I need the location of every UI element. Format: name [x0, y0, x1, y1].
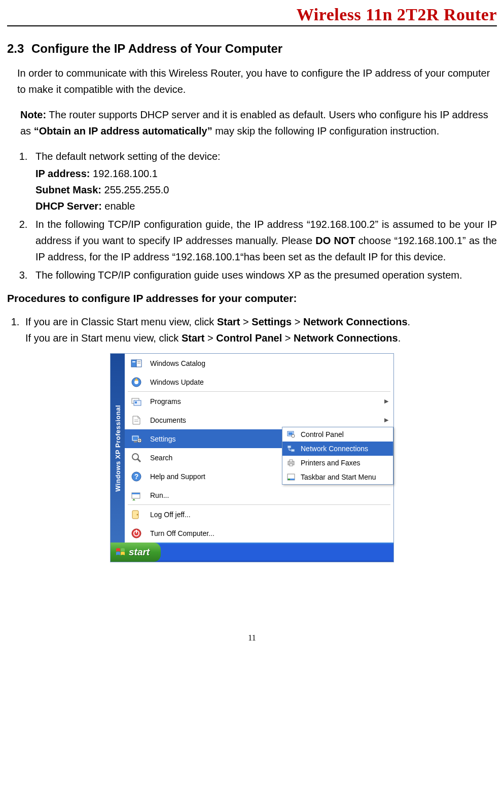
- submenu-arrow-icon: ▶: [382, 398, 388, 404]
- svg-rect-13: [133, 436, 138, 440]
- list-item: In the following TCP/IP configuration gu…: [30, 216, 497, 265]
- list-item: The following TCP/IP configuration guide…: [30, 267, 497, 283]
- start-menu-screenshot: Windows XP Professional Windows Catalog: [110, 353, 394, 562]
- svg-rect-19: [287, 446, 291, 448]
- settings-icon: [130, 433, 143, 445]
- section-number: 2.3: [7, 42, 31, 56]
- programs-icon: [130, 395, 143, 408]
- svg-line-28: [137, 459, 140, 462]
- menu-item-windows-catalog[interactable]: Windows Catalog: [125, 354, 393, 373]
- search-icon: [130, 452, 143, 464]
- svg-rect-2: [132, 361, 135, 362]
- section-heading: 2.3Configure the IP Address of Your Comp…: [7, 42, 497, 56]
- catalog-icon: [130, 357, 143, 369]
- dhcp-server-label: DHCP Server:: [35, 200, 102, 212]
- submenu-item-control-panel[interactable]: Control Panel: [282, 427, 393, 442]
- start-menu-list: Windows Catalog Windows Update Progr: [125, 354, 393, 543]
- start-menu-sidebar: Windows XP Professional: [111, 354, 125, 543]
- sidebar-label: Windows XP Professional: [114, 402, 122, 495]
- header-title: Wireless 11n 2T2R Router: [297, 5, 497, 24]
- svg-rect-0: [131, 360, 136, 367]
- network-icon: [286, 444, 296, 453]
- taskbar: start: [111, 543, 393, 562]
- procedures-list: If you are in Classic Start menu view, c…: [7, 314, 497, 346]
- svg-rect-3: [137, 361, 140, 362]
- turnoff-icon: [130, 527, 143, 539]
- submenu-item-taskbar[interactable]: Taskbar and Start Menu: [282, 470, 393, 484]
- svg-rect-10: [134, 420, 138, 420]
- svg-rect-26: [288, 479, 290, 480]
- svg-point-34: [137, 514, 138, 515]
- svg-rect-14: [134, 441, 137, 443]
- start-button[interactable]: start: [111, 543, 161, 562]
- page-header: Wireless 11n 2T2R Router: [7, 5, 497, 26]
- menu-item-windows-update[interactable]: Windows Update: [125, 373, 393, 391]
- windows-logo-icon: [116, 548, 126, 557]
- svg-rect-22: [290, 460, 293, 462]
- menu-item-log-off[interactable]: Log Off jeff...: [125, 505, 393, 524]
- svg-text:?: ?: [134, 472, 139, 481]
- section-title: Configure the IP Address of Your Compute…: [31, 42, 282, 55]
- svg-rect-11: [134, 421, 138, 422]
- svg-rect-32: [132, 493, 140, 494]
- submenu-arrow-icon: ▶: [382, 417, 388, 423]
- submenu-item-printers-faxes[interactable]: Printers and Faxes: [282, 456, 393, 470]
- svg-point-18: [292, 434, 295, 437]
- menu-item-turn-off[interactable]: Turn Off Computer...: [125, 524, 393, 543]
- submenu-item-network-connections[interactable]: Network Connections: [282, 442, 393, 456]
- settings-submenu: Control Panel Network Connections: [282, 427, 393, 485]
- page-number: 11: [0, 633, 504, 642]
- menu-item-run[interactable]: Run...: [125, 486, 393, 504]
- svg-point-6: [134, 380, 138, 384]
- svg-rect-17: [289, 432, 293, 435]
- list-item: The default network setting of the devic…: [30, 148, 497, 214]
- control-panel-icon: [286, 430, 296, 439]
- ip-address-label: IP address:: [35, 168, 90, 179]
- svg-rect-4: [137, 363, 140, 363]
- list-item: If you are in Classic Start menu view, c…: [22, 314, 497, 346]
- svg-rect-20: [291, 449, 295, 452]
- subnet-mask-label: Subnet Mask:: [35, 184, 101, 195]
- start-button-label: start: [129, 547, 150, 558]
- printer-icon: [286, 458, 296, 467]
- ip-address-value: 192.168.100.1: [90, 168, 157, 179]
- update-icon: [130, 376, 143, 388]
- svg-rect-23: [290, 464, 293, 466]
- logoff-icon: [130, 509, 143, 521]
- taskbar-icon: [286, 472, 296, 482]
- note-paragraph: Note: The router supports DHCP server an…: [20, 107, 497, 139]
- menu-item-programs[interactable]: Programs ▶: [125, 392, 393, 411]
- svg-rect-9: [135, 401, 137, 403]
- content-area: 2.3Configure the IP Address of Your Comp…: [0, 26, 504, 562]
- run-icon: [130, 489, 143, 501]
- documents-icon: [130, 414, 143, 426]
- help-icon: ?: [130, 470, 143, 483]
- procedures-heading: Procedures to configure IP addresses for…: [7, 292, 497, 304]
- numbered-list-1: The default network setting of the devic…: [7, 148, 497, 283]
- subnet-mask-value: 255.255.255.0: [101, 184, 169, 195]
- intro-paragraph: In order to communicate with this Wirele…: [17, 65, 497, 97]
- note-label: Note:: [20, 109, 46, 120]
- dhcp-server-value: enable: [102, 200, 135, 212]
